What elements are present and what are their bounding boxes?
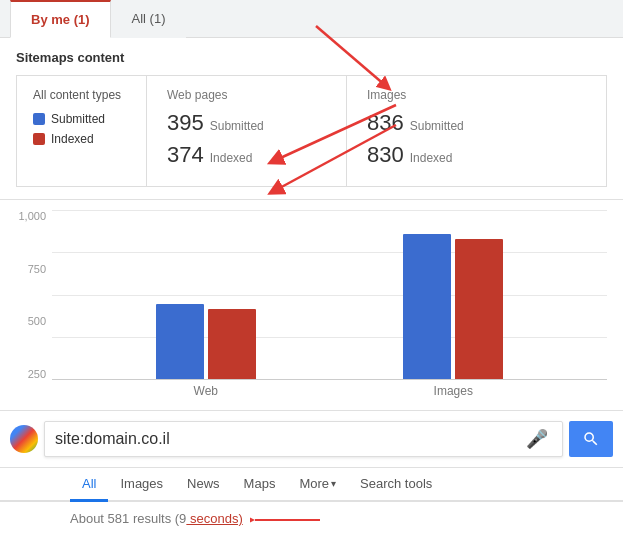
- main-container: By me (1) All (1) Sitemaps content All c…: [0, 0, 623, 538]
- search-section: site:domain.co.il 🎤: [0, 411, 623, 468]
- images-submitted-label: Submitted: [410, 119, 464, 133]
- results-section: About 581 results (9 seconds): [0, 502, 623, 538]
- nav-item-maps[interactable]: Maps: [232, 468, 288, 502]
- web-submitted-number: 395: [167, 110, 204, 136]
- results-text: About 581 results (9 seconds): [70, 511, 330, 526]
- sitemaps-title: Sitemaps content: [16, 50, 607, 65]
- gridline-1: [52, 210, 607, 211]
- mic-icon[interactable]: 🎤: [526, 428, 548, 450]
- submitted-legend-label: Submitted: [51, 112, 105, 126]
- submitted-dot: [33, 113, 45, 125]
- images-submitted-number: 836: [367, 110, 404, 136]
- x-labels: Web Images: [52, 380, 607, 402]
- x-label-images: Images: [403, 384, 503, 398]
- x-label-web: Web: [156, 384, 256, 398]
- nav-item-all[interactable]: All: [70, 468, 108, 502]
- images-indexed-number: 830: [367, 142, 404, 168]
- images-title: Images: [367, 88, 527, 102]
- images-card: Images 836 Submitted 830 Indexed: [347, 76, 547, 186]
- search-button[interactable]: [569, 421, 613, 457]
- nav-item-search-tools[interactable]: Search tools: [348, 468, 444, 502]
- bar-web-submitted: [156, 304, 204, 379]
- images-indexed-label: Indexed: [410, 151, 453, 165]
- web-indexed-row: 374 Indexed: [167, 142, 326, 168]
- y-label-250: 250: [16, 368, 46, 380]
- y-label-1000: 1,000: [16, 210, 46, 222]
- bar-group-images: [403, 234, 503, 379]
- sitemaps-section: Sitemaps content All content types Submi…: [0, 38, 623, 200]
- images-submitted-row: 836 Submitted: [367, 110, 527, 136]
- gridline-3: [52, 295, 607, 296]
- bar-images-indexed: [455, 239, 503, 379]
- bar-images-submitted: [403, 234, 451, 379]
- y-label-750: 750: [16, 263, 46, 275]
- chart-section: 1,000 750 500 250: [0, 200, 623, 411]
- more-dropdown-arrow: ▾: [331, 478, 336, 489]
- web-indexed-label: Indexed: [210, 151, 253, 165]
- y-axis: 1,000 750 500 250: [16, 210, 50, 380]
- types-label: All content types: [33, 88, 130, 102]
- chart-gridlines: [52, 210, 607, 379]
- web-pages-title: Web pages: [167, 88, 326, 102]
- results-highlight: seconds): [186, 511, 242, 526]
- legend-submitted: Submitted: [33, 112, 130, 126]
- images-indexed-row: 830 Indexed: [367, 142, 527, 168]
- bar-web-indexed: [208, 309, 256, 379]
- search-icon: [582, 430, 600, 448]
- gridline-2: [52, 252, 607, 253]
- card-types: All content types Submitted Indexed: [17, 76, 147, 186]
- tabs-bar: By me (1) All (1): [0, 0, 623, 38]
- web-submitted-label: Submitted: [210, 119, 264, 133]
- content-cards: All content types Submitted Indexed Web …: [16, 75, 607, 187]
- indexed-legend-label: Indexed: [51, 132, 94, 146]
- chart-container: 1,000 750 500 250: [16, 210, 607, 410]
- google-logo: [10, 425, 38, 453]
- tab-by-me[interactable]: By me (1): [10, 0, 111, 38]
- tab-all[interactable]: All (1): [111, 0, 187, 38]
- nav-item-more[interactable]: More ▾: [287, 468, 348, 502]
- legend-indexed: Indexed: [33, 132, 130, 146]
- web-indexed-number: 374: [167, 142, 204, 168]
- bar-group-web: [156, 304, 256, 379]
- chart-area: [52, 210, 607, 380]
- nav-item-news[interactable]: News: [175, 468, 232, 502]
- search-query: site:domain.co.il: [55, 430, 526, 448]
- gridline-4: [52, 337, 607, 338]
- results-arrow: [250, 510, 330, 530]
- search-nav: All Images News Maps More ▾ Search tools: [0, 468, 623, 502]
- y-label-500: 500: [16, 315, 46, 327]
- indexed-dot: [33, 133, 45, 145]
- web-pages-card: Web pages 395 Submitted 374 Indexed: [147, 76, 347, 186]
- nav-item-images[interactable]: Images: [108, 468, 175, 502]
- web-submitted-row: 395 Submitted: [167, 110, 326, 136]
- search-box[interactable]: site:domain.co.il 🎤: [44, 421, 563, 457]
